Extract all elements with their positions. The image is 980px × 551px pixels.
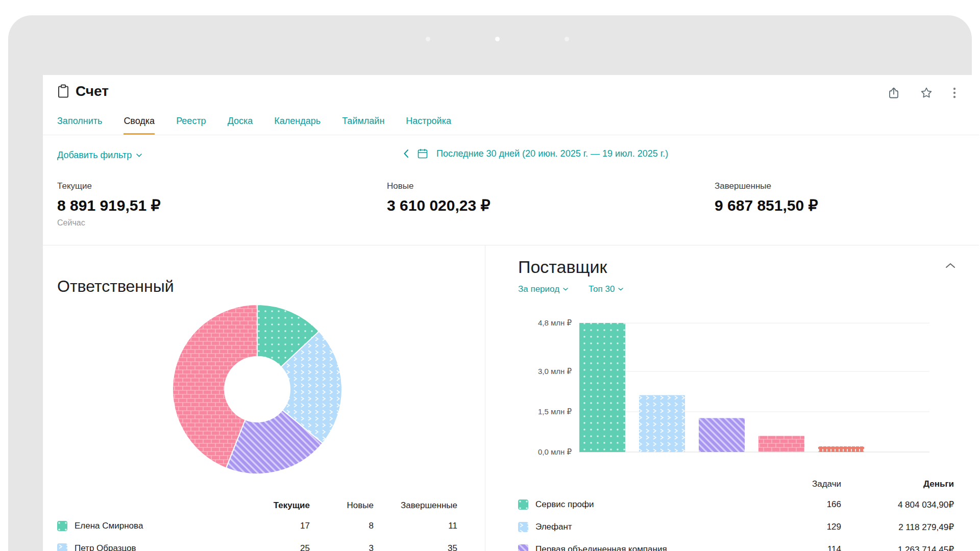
add-filter-label: Добавить фильтр bbox=[57, 150, 132, 161]
tab-nastroyka[interactable]: Настройка bbox=[406, 116, 451, 135]
period-select[interactable]: За период bbox=[518, 284, 568, 294]
frame-dot bbox=[495, 37, 500, 41]
legend-swatch-teal bbox=[518, 499, 528, 510]
column-header: Завершенные bbox=[374, 500, 457, 511]
kpi-label: Новые bbox=[387, 181, 491, 191]
tab-reestr[interactable]: Реестр bbox=[176, 116, 206, 135]
kpi-value: 9 687 851,50 ₽ bbox=[715, 196, 818, 214]
tab-svodka[interactable]: Сводка bbox=[124, 116, 155, 135]
kpi-note: Сейчас bbox=[57, 218, 161, 228]
row-value: 2 118 279,49₽ bbox=[841, 522, 954, 533]
y-tick-label: 4,8 млн ₽ bbox=[538, 318, 572, 327]
frame-dot bbox=[426, 37, 430, 41]
period-select-label: За период bbox=[518, 284, 559, 294]
supplier-panel-title: Поставщик bbox=[518, 257, 607, 277]
table-row[interactable]: Элефант1292 118 279,49₽ bbox=[518, 516, 954, 538]
responsible-panel-title: Ответственный bbox=[57, 277, 174, 296]
chevron-left-icon[interactable] bbox=[403, 149, 409, 158]
responsible-table: ТекущиеНовыеЗавершенныеЕлена Смирнова178… bbox=[57, 496, 472, 551]
table-header-row: ЗадачиДеньги bbox=[518, 475, 954, 493]
row-value: 8 bbox=[310, 521, 374, 531]
table-row[interactable]: Первая объединенная компания1141 263 714… bbox=[518, 538, 954, 551]
row-value: 11 bbox=[374, 521, 457, 531]
column-header: Деньги bbox=[841, 479, 954, 489]
row-label: Элефант bbox=[535, 522, 572, 532]
table-row[interactable]: Сервис профи1664 804 034,90₽ bbox=[518, 493, 954, 516]
top-n-select[interactable]: Топ 30 bbox=[589, 284, 623, 294]
y-tick-label: 0,0 млн ₽ bbox=[538, 447, 572, 456]
row-value: 17 bbox=[237, 521, 310, 531]
table-header-row: ТекущиеНовыеЗавершенные bbox=[57, 496, 472, 515]
tabs-divider bbox=[43, 135, 979, 135]
bar-2[interactable] bbox=[699, 418, 745, 452]
bar-4[interactable] bbox=[818, 446, 864, 452]
star-icon[interactable] bbox=[920, 86, 933, 99]
table-row[interactable]: Елена Смирнова17811 bbox=[57, 515, 472, 537]
row-value: 4 804 034,90₽ bbox=[841, 499, 954, 510]
panel-divider bbox=[485, 245, 485, 551]
frame-dot bbox=[565, 37, 569, 41]
kpi-row: Текущие8 891 919,51 ₽СейчасНовые3 610 02… bbox=[57, 181, 965, 240]
row-label: Елена Смирнова bbox=[75, 521, 143, 531]
row-value: 129 bbox=[743, 522, 841, 532]
row-value: 1 263 714,45₽ bbox=[841, 544, 954, 551]
share-icon[interactable] bbox=[887, 86, 900, 99]
collapse-panel-icon[interactable] bbox=[945, 263, 955, 268]
tab-doska[interactable]: Доска bbox=[228, 116, 253, 135]
page-title: Счет bbox=[76, 83, 109, 99]
legend-swatch-teal bbox=[57, 521, 67, 531]
kpi-1: Текущие8 891 919,51 ₽Сейчас bbox=[57, 181, 161, 228]
tab-taymlayn[interactable]: Таймлайн bbox=[342, 116, 384, 135]
bar-1[interactable] bbox=[639, 395, 685, 452]
browser-frame: Счет ЗаполнитьСво bbox=[8, 15, 972, 551]
kpi-3: Завершенные9 687 851,50 ₽ bbox=[715, 181, 818, 214]
row-value: 25 bbox=[237, 543, 310, 551]
header-actions bbox=[887, 86, 957, 99]
page-header: Счет bbox=[57, 83, 109, 99]
row-label: Первая объединенная компания bbox=[535, 544, 667, 551]
row-label: Петр Образцов bbox=[75, 543, 136, 551]
kpi-value: 8 891 919,51 ₽ bbox=[57, 196, 161, 214]
legend-swatch-blue bbox=[518, 522, 528, 532]
responsible-donut-chart bbox=[170, 303, 344, 476]
tab-zapolnit[interactable]: Заполнить bbox=[57, 116, 102, 135]
kpi-2: Новые3 610 020,23 ₽ bbox=[387, 181, 491, 214]
clipboard-icon bbox=[57, 84, 69, 98]
chevron-down-icon bbox=[563, 288, 568, 291]
row-value: 3 bbox=[310, 543, 374, 551]
kebab-menu-icon[interactable] bbox=[952, 86, 957, 99]
add-filter-button[interactable]: Добавить фильтр bbox=[57, 150, 142, 161]
y-tick-label: 1,5 млн ₽ bbox=[538, 407, 572, 416]
section-divider bbox=[43, 245, 979, 245]
kpi-value: 3 610 020,23 ₽ bbox=[387, 196, 491, 214]
y-tick-label: 3,0 млн ₽ bbox=[538, 367, 572, 375]
row-value: 114 bbox=[743, 544, 841, 551]
date-range-control: Последние 30 дней (20 июн. 2025 г. — 19 … bbox=[403, 148, 668, 159]
bar-3[interactable] bbox=[758, 436, 804, 452]
supplier-table: ЗадачиДеньгиСервис профи1664 804 034,90₽… bbox=[518, 475, 954, 551]
column-header: Новые bbox=[310, 500, 374, 511]
legend-swatch-purple bbox=[518, 544, 528, 551]
supplier-controls: За период Топ 30 bbox=[518, 284, 623, 294]
table-row[interactable]: Петр Образцов25335 bbox=[57, 537, 472, 551]
kpi-label: Текущие bbox=[57, 181, 161, 191]
chevron-down-icon bbox=[136, 154, 142, 157]
bar-0[interactable] bbox=[579, 323, 625, 452]
date-range-label[interactable]: Последние 30 дней (20 июн. 2025 г. — 19 … bbox=[436, 148, 668, 159]
kpi-label: Завершенные bbox=[715, 181, 818, 191]
calendar-icon[interactable] bbox=[417, 148, 428, 159]
tab-kalendar[interactable]: Календарь bbox=[274, 116, 321, 135]
column-header: Текущие bbox=[237, 500, 310, 511]
tabs: ЗаполнитьСводкаРеестрДоскаКалендарьТаймл… bbox=[57, 116, 451, 135]
chevron-down-icon bbox=[618, 288, 623, 291]
main-content: Счет ЗаполнитьСво bbox=[43, 75, 979, 551]
supplier-bar-chart: 4,8 млн ₽3,0 млн ₽1,5 млн ₽0,0 млн ₽ bbox=[523, 315, 941, 468]
column-header: Задачи bbox=[743, 479, 841, 489]
row-value: 35 bbox=[374, 543, 457, 551]
top-n-select-label: Топ 30 bbox=[589, 284, 615, 294]
row-label: Сервис профи bbox=[535, 499, 594, 510]
legend-swatch-blue bbox=[57, 543, 67, 551]
row-value: 166 bbox=[743, 499, 841, 510]
